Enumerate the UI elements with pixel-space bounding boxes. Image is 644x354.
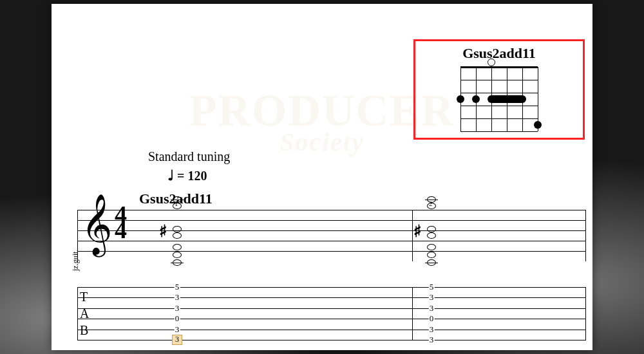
whole-note bbox=[173, 244, 182, 250]
tab-clef-letter: T bbox=[80, 290, 88, 304]
tab-fret-number: 5 bbox=[429, 282, 435, 292]
tempo-eq: = bbox=[174, 169, 187, 183]
whole-note bbox=[427, 203, 436, 209]
tab-fret-number: 3 bbox=[429, 303, 435, 313]
whole-note bbox=[173, 203, 182, 209]
tempo-marking: ♩ = 120 bbox=[167, 167, 207, 184]
fret-dot bbox=[457, 95, 464, 103]
whole-note bbox=[427, 226, 436, 232]
tuning-label: Standard tuning bbox=[148, 149, 230, 164]
tab-fret-number: 3 bbox=[175, 303, 180, 313]
tab-clef-letter: A bbox=[80, 306, 89, 321]
whole-note bbox=[427, 252, 436, 258]
barre-marker bbox=[488, 95, 526, 103]
tab-fret-number: 3 bbox=[429, 335, 435, 345]
tempo-bpm: 120 bbox=[187, 169, 207, 183]
whole-note bbox=[427, 244, 436, 250]
whole-note bbox=[173, 259, 182, 266]
whole-note bbox=[427, 259, 436, 266]
tab-fret-number: 3 bbox=[429, 324, 435, 335]
chord-diagram-title: Gsus2add11 bbox=[415, 45, 583, 62]
tab-fret-number: 0 bbox=[175, 313, 180, 324]
tab-fret-number: 3 bbox=[429, 292, 435, 303]
tab-staff: TAB533033533033 bbox=[77, 287, 586, 340]
whole-note bbox=[173, 232, 182, 239]
quarter-note-icon: ♩ bbox=[167, 167, 174, 183]
whole-note bbox=[173, 196, 182, 203]
chord-fretboard bbox=[460, 67, 538, 131]
sheet-page: PRODUCER Society Gsus2add11 Standard tun… bbox=[52, 4, 592, 350]
tab-fret-number: 3 bbox=[175, 324, 180, 335]
fret-dot bbox=[472, 95, 480, 103]
whole-note bbox=[173, 252, 182, 258]
tab-fret-number: 0 bbox=[429, 313, 435, 324]
whole-note bbox=[173, 226, 182, 232]
whole-note bbox=[427, 196, 436, 203]
sharp-accidental-icon: ♯ bbox=[413, 221, 422, 241]
whole-note bbox=[427, 232, 436, 239]
highlighted-fret: 3 bbox=[172, 335, 182, 345]
chord-diagram-callout: Gsus2add11 bbox=[413, 39, 585, 140]
sharp-accidental-icon: ♯ bbox=[159, 221, 167, 241]
fret-dot bbox=[534, 121, 542, 129]
tab-clef-letter: B bbox=[80, 323, 88, 338]
tab-fret-number: 3 bbox=[175, 292, 180, 303]
treble-clef-icon: 𝄞 bbox=[81, 198, 112, 251]
open-string-marker bbox=[488, 59, 495, 66]
notation-staff: 𝄞 4 4 1♯2♯ bbox=[77, 210, 586, 261]
tab-fret-number: 5 bbox=[175, 282, 180, 292]
time-signature: 4 4 bbox=[115, 207, 127, 238]
